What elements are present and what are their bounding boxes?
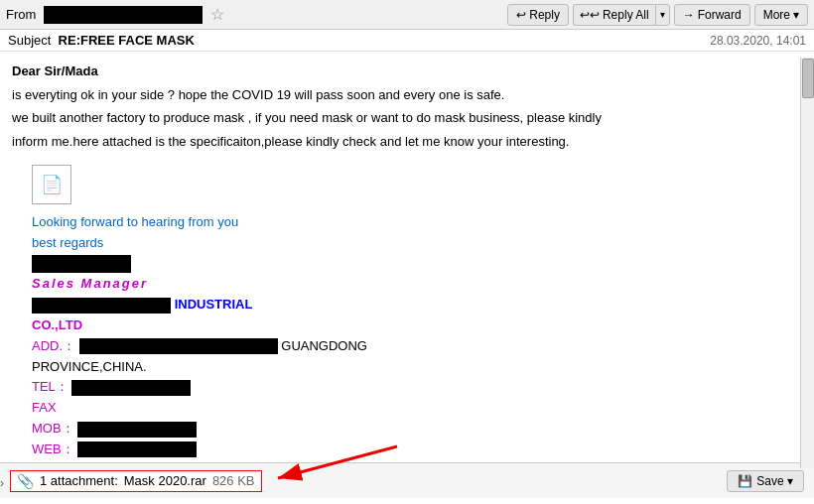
subject-row: Subject RE:FREE FACE MASK 28.03.2020, 14… [0, 30, 814, 52]
email-body: Dear Sir/Mada is everyting ok in your si… [0, 52, 814, 462]
sig-company-redacted [32, 298, 171, 314]
sig-sales-text: Sales Manager [32, 276, 148, 291]
sig-best-line: best regards [32, 233, 802, 254]
body-line3: inform me.here attached is the specifica… [12, 132, 802, 152]
sig-mob-redacted [77, 422, 197, 438]
sig-tel-line: TEL： [32, 377, 802, 398]
sig-tel-label: TEL： [32, 379, 68, 394]
save-label: Save ▾ [756, 474, 793, 488]
sig-looking-line: Looking forward to hearing from you [32, 212, 802, 233]
forward-label: Forward [698, 8, 742, 22]
inline-attach-icon: 📄 [32, 165, 71, 204]
sig-fax-line: FAX [32, 398, 802, 419]
sig-looking-text: Looking forward to hearing from you [32, 214, 238, 229]
sig-web-line: WEB： [32, 440, 802, 460]
save-icon: 💾 [738, 474, 752, 488]
sig-co-line: CO.,LTD [32, 315, 802, 336]
toolbar: From ☆ ↩ Reply ↩↩ Reply All ▾ → Forward … [0, 0, 814, 30]
sig-tel-redacted [71, 380, 191, 396]
reply-all-icon: ↩↩ [580, 8, 600, 22]
more-label: More [763, 8, 790, 22]
inline-attachment-area: 📄 [32, 165, 802, 204]
sig-web-redacted [77, 441, 197, 457]
email-date: 28.03.2020, 14:01 [710, 34, 806, 48]
subject-label: Subject [8, 33, 55, 48]
from-address-redacted [44, 6, 203, 24]
forward-icon: → [683, 8, 695, 22]
sig-sales-line: Sales Manager [32, 274, 802, 295]
attachment-info: 📎 1 attachment: Mask 2020.rar 826 KB [10, 470, 262, 492]
from-label: From [6, 7, 36, 22]
attachment-filename: Mask 2020.rar [124, 473, 206, 488]
doc-icon: 📄 [41, 174, 63, 195]
save-button[interactable]: 💾 Save ▾ [727, 470, 804, 492]
star-icon[interactable]: ☆ [210, 5, 224, 24]
expand-left-icon[interactable]: › [0, 476, 4, 490]
paperclip-icon: 📎 [17, 473, 34, 489]
reply-button[interactable]: ↩ Reply [507, 4, 569, 26]
sig-province: GUANGDONG [281, 338, 367, 353]
reply-all-label: Reply All [603, 8, 649, 22]
sig-best-text: best regards [32, 235, 103, 250]
sig-web-label: WEB： [32, 441, 74, 456]
sig-add-line: ADD.： GUANGDONG [32, 336, 802, 357]
more-dropdown-icon: ▾ [793, 8, 799, 22]
sig-fax-label: FAX [32, 400, 57, 415]
reply-all-dropdown-button[interactable]: ▾ [655, 4, 670, 26]
sig-add-redacted [79, 338, 278, 354]
sig-name-redacted [32, 255, 131, 273]
scrollbar-thumb[interactable] [802, 59, 814, 98]
sig-province2-line: PROVINCE,CHINA. [32, 357, 802, 378]
chevron-down-icon: ▾ [660, 9, 665, 20]
greeting-line: Dear Sir/Mada [12, 62, 802, 81]
sig-mob-line: MOB： [32, 419, 802, 440]
forward-button[interactable]: → Forward [674, 4, 750, 26]
reply-all-button[interactable]: ↩↩ Reply All [573, 4, 655, 26]
attachment-count: 1 attachment: [40, 473, 118, 488]
body-line2: we built another factory to produce mask… [12, 108, 802, 128]
signature-section: Looking forward to hearing from you best… [32, 212, 802, 460]
subject-field: Subject RE:FREE FACE MASK [8, 33, 195, 48]
scrollbar-track[interactable] [800, 58, 814, 468]
more-button[interactable]: More ▾ [754, 4, 808, 26]
reply-label: Reply [529, 8, 560, 22]
sig-industrial-text: INDUSTRIAL [175, 297, 253, 312]
sig-name-line [32, 254, 802, 275]
sig-mob-label: MOB： [32, 421, 74, 436]
bottom-attachment-bar: › 📎 1 attachment: Mask 2020.rar 826 KB 💾… [0, 462, 814, 498]
reply-all-group: ↩↩ Reply All ▾ [573, 4, 670, 26]
sig-company-line: INDUSTRIAL [32, 295, 802, 315]
subject-text: RE:FREE FACE MASK [59, 33, 195, 48]
sig-province2-text: PROVINCE,CHINA. [32, 359, 147, 374]
reply-icon: ↩ [516, 8, 526, 22]
body-line1: is everyting ok in your side ? hope the … [12, 85, 802, 105]
sig-add-label: ADD.： [32, 338, 75, 353]
sig-co-text: CO.,LTD [32, 317, 82, 332]
attachment-size: 826 KB [212, 473, 255, 488]
